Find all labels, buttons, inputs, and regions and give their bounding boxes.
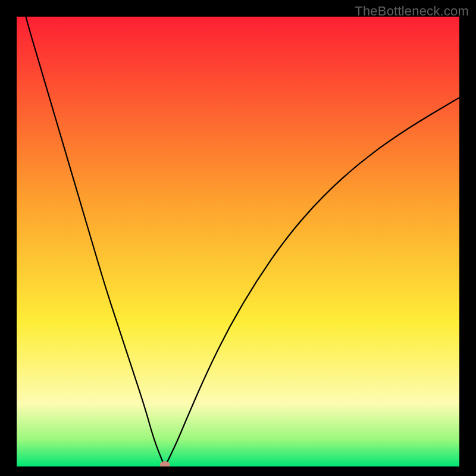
plot-svg bbox=[17, 17, 459, 466]
gradient-background bbox=[17, 17, 459, 466]
plot-area bbox=[17, 17, 459, 466]
chart-frame: TheBottleneck.com bbox=[0, 0, 476, 476]
watermark-text: TheBottleneck.com bbox=[355, 4, 469, 19]
